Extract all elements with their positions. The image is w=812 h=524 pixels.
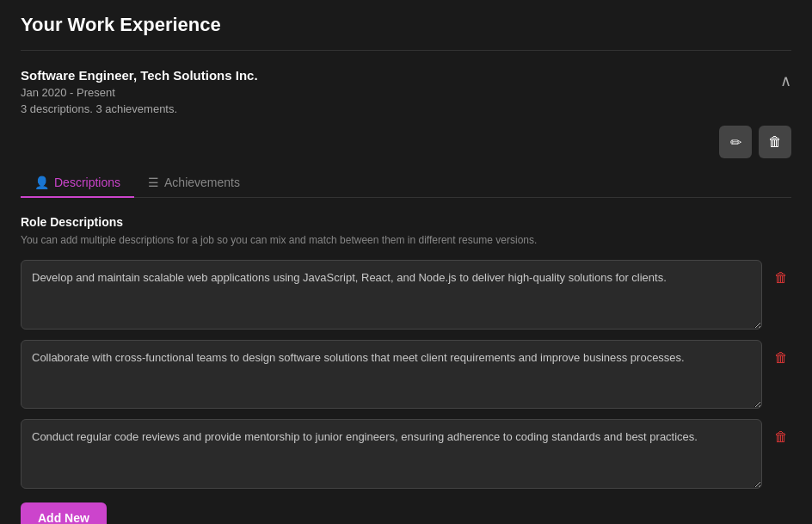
description-textarea-1[interactable] xyxy=(21,260,762,330)
collapse-icon[interactable]: ∧ xyxy=(780,71,791,90)
page-title: Your Work Experience xyxy=(21,14,791,36)
job-header: Software Engineer, Tech Solutions Inc. J… xyxy=(21,68,791,126)
delete-description-1-button[interactable]: 🗑 xyxy=(771,267,791,289)
job-meta: 3 descriptions. 3 achievements. xyxy=(21,102,780,115)
section-hint: You can add multiple descriptions for a … xyxy=(21,234,791,246)
descriptions-tab-icon: 👤 xyxy=(34,176,49,189)
description-textarea-3[interactable] xyxy=(21,419,762,489)
achievements-tab-icon: ☰ xyxy=(148,176,159,189)
delete-description-2-button[interactable]: 🗑 xyxy=(771,347,791,369)
job-dates: Jan 2020 - Present xyxy=(21,86,780,99)
add-new-button[interactable]: Add New xyxy=(21,502,107,525)
description-textarea-2[interactable] xyxy=(21,340,762,410)
tabs-container: 👤 Descriptions ☰ Achievements xyxy=(21,169,791,198)
action-buttons: ✏ 🗑 xyxy=(21,126,791,158)
section-title: Role Descriptions xyxy=(21,215,791,229)
description-row: 🗑 xyxy=(21,260,791,330)
description-row: 🗑 xyxy=(21,340,791,410)
descriptions-list: 🗑 🗑 🗑 xyxy=(21,260,791,489)
job-info: Software Engineer, Tech Solutions Inc. J… xyxy=(21,68,780,126)
description-row: 🗑 xyxy=(21,419,791,489)
title-divider xyxy=(21,50,791,51)
tab-achievements[interactable]: ☰ Achievements xyxy=(134,169,254,198)
delete-job-button[interactable]: 🗑 xyxy=(759,126,791,158)
job-title-company: Software Engineer, Tech Solutions Inc. xyxy=(21,68,780,83)
edit-job-button[interactable]: ✏ xyxy=(719,126,752,158)
delete-description-3-button[interactable]: 🗑 xyxy=(771,426,791,448)
achievements-tab-label: Achievements xyxy=(164,176,240,189)
tab-descriptions[interactable]: 👤 Descriptions xyxy=(21,169,134,198)
descriptions-tab-label: Descriptions xyxy=(54,176,120,189)
